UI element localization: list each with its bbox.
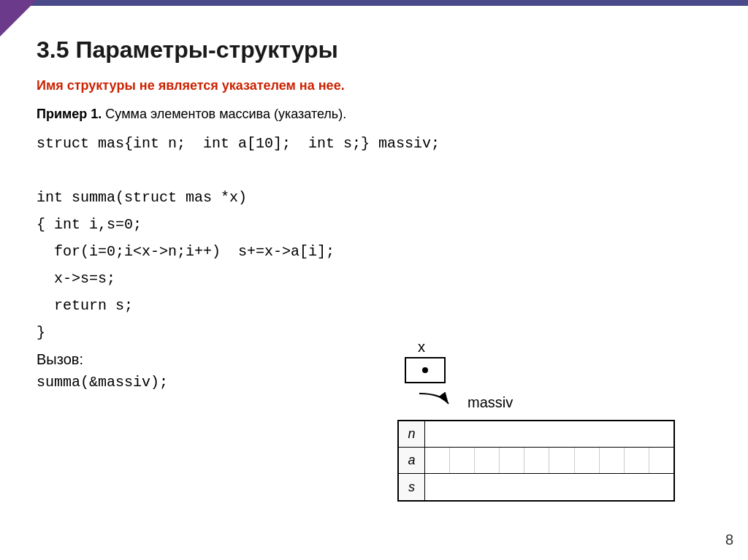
field-label-s: s [399,474,425,500]
cell-a-4 [524,448,549,473]
code-func-body4: return s; [37,294,711,317]
cell-a-8 [625,448,649,473]
slide-title: 3.5 Параметры-структуры [37,37,711,64]
code-func-body3: x->s=s; [37,267,711,290]
cell-a-9 [649,448,673,473]
arrow-icon [405,388,463,417]
cell-a-0 [425,448,450,473]
code-func-body2: for(i=0;i<x->n;i++) s+=x->a[i]; [37,240,711,263]
x-label: x [418,339,425,356]
struct-row-n: n [399,421,673,448]
massiv-label: massiv [468,394,513,411]
struct-row-a: a [399,448,673,474]
pointer-container: x [397,339,704,383]
cell-a-6 [575,448,600,473]
top-bar [0,0,748,6]
code-func-body1: { int i,s=0; [37,213,711,236]
pointer-box [405,357,446,383]
example-text: Сумма элементов массива (указатель). [102,107,346,121]
slide: 3.5 Параметры-структуры Имя структуры не… [0,0,748,560]
example-label: Пример 1. Сумма элементов массива (указа… [37,107,711,122]
cell-a-5 [549,448,574,473]
pointer-dot [422,367,428,373]
highlight-statement: Имя структуры не является указателем на … [37,78,711,93]
cell-a-3 [500,448,524,473]
diagram-area: x massiv n [397,339,704,502]
page-number: 8 [725,532,733,548]
cell-n-val [425,421,673,447]
field-cell-s [425,474,673,500]
code-struct-def: struct mas{int n; int a[10]; int s;} mas… [37,132,711,155]
cell-a-2 [475,448,500,473]
massiv-label-row: massiv [405,388,704,417]
struct-diagram: n a [397,420,675,502]
field-label-a: a [399,448,425,473]
example-bold: Пример 1. [37,107,102,121]
corner-decoration [0,0,37,37]
field-label-n: n [399,421,425,447]
code-blank [37,159,711,182]
cell-a-7 [600,448,625,473]
field-cell-a [425,448,673,473]
code-func-sig: int summa(struct mas *x) [37,186,711,209]
cell-s-val [425,474,673,500]
field-cell-n [425,421,673,447]
cell-a-1 [450,448,475,473]
struct-row-s: s [399,474,673,500]
